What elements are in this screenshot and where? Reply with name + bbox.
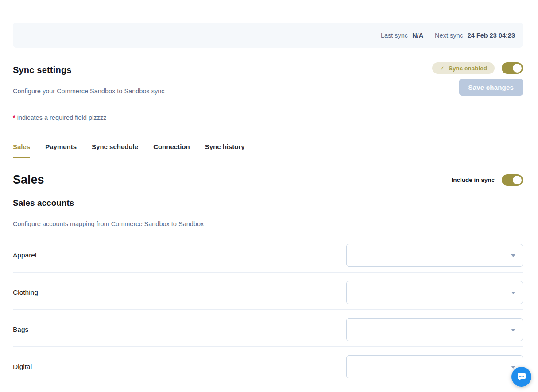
row-label: Apparel bbox=[13, 251, 36, 259]
row-label: Digital bbox=[13, 363, 32, 371]
toggle-knob bbox=[513, 64, 522, 73]
tab-sales[interactable]: Sales bbox=[13, 143, 30, 158]
last-sync-value: N/A bbox=[412, 32, 423, 39]
sync-enabled-badge: ✓ Sync enabled bbox=[432, 62, 495, 74]
chevron-down-icon bbox=[511, 329, 515, 331]
account-select-digital[interactable] bbox=[346, 355, 523, 378]
account-select-apparel[interactable] bbox=[346, 244, 523, 267]
chevron-down-icon bbox=[511, 292, 515, 294]
tab-connection[interactable]: Connection bbox=[153, 143, 190, 158]
include-in-sync-label: Include in sync bbox=[451, 177, 495, 183]
tab-sync-schedule[interactable]: Sync schedule bbox=[92, 143, 138, 158]
mapping-row-clothing: Clothing bbox=[13, 273, 523, 310]
chevron-down-icon bbox=[511, 254, 515, 257]
account-select-bags[interactable] bbox=[346, 318, 523, 341]
row-label: Bags bbox=[13, 326, 28, 334]
sync-enabled-toggle[interactable] bbox=[502, 62, 523, 74]
subsection-title: Sales accounts bbox=[13, 198, 523, 208]
mapping-row-bags: Bags bbox=[13, 310, 523, 347]
chevron-down-icon bbox=[511, 366, 515, 369]
check-icon: ✓ bbox=[440, 65, 445, 72]
next-sync-label: Next sync bbox=[435, 32, 463, 39]
last-sync-label: Last sync bbox=[381, 32, 408, 39]
settings-tabs: Sales Payments Sync schedule Connection … bbox=[13, 143, 523, 158]
account-select-clothing[interactable] bbox=[346, 281, 523, 304]
tab-sync-history[interactable]: Sync history bbox=[205, 143, 245, 158]
next-sync-value: 24 Feb 23 04:23 bbox=[468, 32, 515, 39]
tab-payments[interactable]: Payments bbox=[45, 143, 77, 158]
accounts-mapping-list: Apparel Clothing Bags Digital Hoodies bbox=[13, 235, 523, 392]
chat-bubble-icon bbox=[516, 372, 527, 382]
required-field-note: * indicates a required field plzzzz bbox=[13, 114, 523, 121]
chat-launcher-button[interactable] bbox=[511, 367, 531, 387]
page-title: Sync settings bbox=[13, 65, 165, 75]
section-title: Sales bbox=[13, 173, 44, 187]
save-changes-button[interactable]: Save changes bbox=[459, 79, 523, 96]
page-subtitle: Configure your Commerce Sandbox to Sandb… bbox=[13, 88, 165, 95]
sync-status-bar: Last sync N/A Next sync 24 Feb 23 04:23 bbox=[13, 23, 523, 48]
include-in-sync-toggle[interactable] bbox=[502, 174, 523, 186]
subsection-subtitle: Configure accounts mapping from Commerce… bbox=[13, 220, 523, 227]
mapping-row-apparel: Apparel bbox=[13, 235, 523, 273]
sync-enabled-label: Sync enabled bbox=[449, 65, 487, 72]
mapping-row-digital: Digital bbox=[13, 347, 523, 384]
toggle-knob bbox=[513, 176, 522, 184]
row-label: Clothing bbox=[13, 288, 38, 296]
mapping-row-hoodies: Hoodies bbox=[13, 384, 523, 392]
